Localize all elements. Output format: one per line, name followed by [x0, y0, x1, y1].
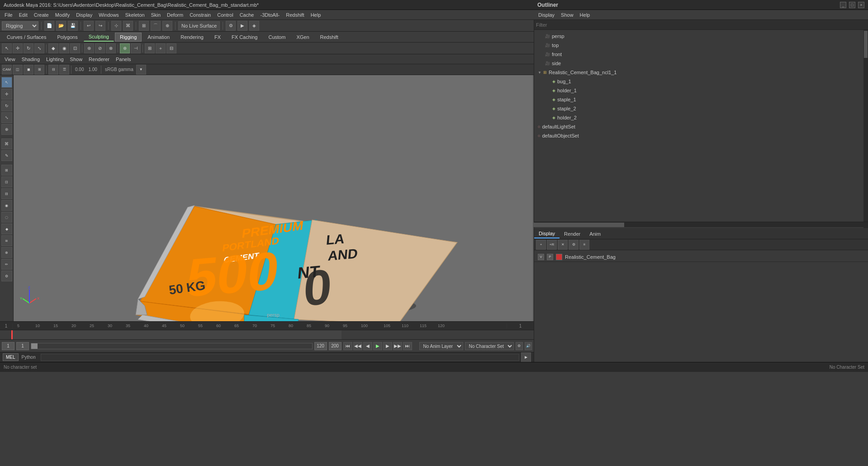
move-tool-lt[interactable]: ✛ — [1, 89, 12, 100]
outliner-item-bug1[interactable]: ◈ bug_1 — [534, 77, 868, 86]
viewport-menu-show[interactable]: Show — [67, 56, 85, 63]
outliner-menu-show[interactable]: Show — [558, 11, 576, 19]
paint-tool-lt[interactable]: ✎ — [1, 150, 12, 161]
universal-tool-lt[interactable]: ⊕ — [1, 124, 12, 135]
snap-grid-btn[interactable]: ⊞ — [139, 21, 149, 31]
prev-frame-btn[interactable]: ◀ — [363, 342, 372, 350]
plus-btn[interactable]: ＋ — [156, 43, 166, 53]
menu-redshift[interactable]: Redshift — [283, 11, 307, 19]
outliner-hscroll-thumb[interactable] — [534, 223, 624, 227]
next-key-btn[interactable]: ▶▶ — [393, 342, 402, 350]
range-playhead[interactable] — [11, 330, 13, 339]
script-run-btn[interactable]: ▶ — [521, 352, 531, 362]
range-slider-track[interactable] — [31, 343, 313, 349]
menu-display[interactable]: Display — [73, 11, 95, 19]
constraint-btn[interactable]: ⊕ — [120, 43, 130, 53]
next-frame-btn[interactable]: ▶ — [383, 342, 392, 350]
outliner-close-btn[interactable]: × — [858, 2, 864, 8]
menu-cache[interactable]: Cache — [237, 11, 257, 19]
save-scene-btn[interactable]: 💾 — [68, 21, 78, 31]
tab-rendering[interactable]: Rendering — [175, 33, 209, 42]
display-layer-lt[interactable]: ⊞ — [1, 165, 12, 176]
snap-point-btn[interactable]: ⊕ — [162, 21, 172, 31]
tab-redshift[interactable]: Redshift — [315, 33, 343, 42]
outliner-item-side[interactable]: 🎥 side — [534, 59, 868, 68]
scale-btn[interactable]: ⤡ — [34, 43, 44, 53]
tab-xgen[interactable]: XGen — [291, 33, 314, 42]
timeline-tick-ruler[interactable]: 5 10 15 20 25 30 35 40 45 50 55 60 65 70… — [13, 322, 507, 330]
outliner-search-input[interactable] — [534, 20, 868, 30]
layer-channel-btn[interactable]: ≡ — [579, 240, 589, 250]
transform-btn[interactable]: ⊞ — [145, 43, 155, 53]
scale-tool-lt[interactable]: ⤡ — [1, 112, 12, 123]
tab-sculpting[interactable]: Sculpting — [84, 33, 114, 42]
outliner-item-cement-bag-group[interactable]: ▼ ⊞ Realistic_Cement_Bag_ncl1_1 — [534, 68, 868, 77]
viewport-menu-lighting[interactable]: Lighting — [43, 56, 66, 63]
outliner-item-front[interactable]: 🎥 front — [534, 50, 868, 59]
soft-select-btn[interactable]: ◉ — [59, 43, 69, 53]
viewport-menu-renderer[interactable]: Renderer — [86, 56, 112, 63]
pose-lt[interactable]: ⚙ — [1, 271, 12, 281]
no-live-surface-btn[interactable]: No Live Surface — [178, 21, 220, 30]
gamma-options-btn[interactable]: ▼ — [136, 65, 146, 75]
menu-file[interactable]: File — [2, 11, 15, 19]
mel-tab[interactable]: MEL — [3, 353, 19, 361]
python-tab[interactable]: Python — [19, 353, 39, 361]
viewport-menu-panels[interactable]: Panels — [113, 56, 134, 63]
prev-key-btn[interactable]: ◀◀ — [353, 342, 362, 350]
menu-skeleton[interactable]: Skeleton — [123, 11, 147, 19]
layer-color-swatch[interactable] — [556, 254, 562, 260]
redshift-btn[interactable]: ◈ — [249, 21, 259, 31]
outliner-menu-help[interactable]: Help — [577, 11, 593, 19]
layer-new-ref-btn[interactable]: +R — [547, 240, 557, 250]
tab-rigging[interactable]: Rigging — [115, 33, 142, 42]
outliner-item-lightset[interactable]: ○ defaultLightSet — [534, 122, 868, 131]
layer-visibility-btn[interactable]: V — [538, 254, 544, 260]
anim-layer-lt[interactable]: ⊟ — [1, 188, 12, 199]
grease-pencil-lt[interactable]: ✏ — [1, 259, 12, 270]
new-scene-btn[interactable]: 📄 — [44, 21, 54, 31]
select-tool-lt[interactable]: ↖ — [1, 77, 12, 88]
outliner-item-staple2[interactable]: ◈ staple_2 — [534, 104, 868, 113]
layer-row-cement-bag[interactable]: V P Realistic_Cement_Bag — [534, 252, 868, 262]
hud-btn[interactable]: ☰ — [59, 65, 69, 75]
menu-modify[interactable]: Modify — [52, 11, 72, 19]
wireframe-btn[interactable]: ◫ — [13, 65, 23, 75]
render-btn[interactable]: ▶ — [237, 21, 247, 31]
lasso-tool-lt[interactable]: ⌘ — [1, 138, 12, 149]
no-anim-layer-dropdown[interactable]: No Anim Layer — [419, 342, 463, 350]
layers-tab-display[interactable]: Display — [534, 229, 560, 238]
rotate-btn[interactable]: ↻ — [24, 43, 33, 53]
layer-options-btn[interactable]: ⚙ — [569, 240, 579, 250]
layers-tab-anim[interactable]: Anim — [585, 230, 605, 238]
menu-skin[interactable]: Skin — [148, 11, 163, 19]
move-btn[interactable]: ✛ — [13, 43, 23, 53]
menu-create[interactable]: Create — [31, 11, 52, 19]
rotate-tool-lt[interactable]: ↻ — [1, 100, 12, 111]
muscle-lt[interactable]: ⊕ — [1, 247, 12, 258]
camera-select-btn[interactable]: CAM — [2, 65, 12, 75]
first-frame-btn[interactable]: ⏮ — [343, 342, 352, 350]
component-btn[interactable]: ◆ — [48, 43, 58, 53]
grid-btn[interactable]: ⊟ — [48, 65, 58, 75]
frame-current-input[interactable] — [16, 342, 29, 350]
tab-animation[interactable]: Animation — [142, 33, 175, 42]
outliner-item-holder1[interactable]: ◈ holder_1 — [534, 86, 868, 95]
hair-lt[interactable]: ≋ — [1, 235, 12, 246]
range-slider-handle[interactable] — [31, 343, 38, 349]
outliner-item-holder2[interactable]: ◈ holder_2 — [534, 113, 868, 122]
outliner-menu-display[interactable]: Display — [536, 11, 557, 19]
outliner-item-staple1[interactable]: ◈ staple_1 — [534, 95, 868, 104]
menu-3dtoall[interactable]: -3DtoAll- — [257, 11, 282, 19]
undo-btn[interactable]: ↩ — [84, 21, 94, 31]
bottom-settings-btn[interactable]: ⚙ — [516, 342, 523, 350]
menu-constrain[interactable]: Constrain — [187, 11, 213, 19]
select-btn[interactable]: ↖ — [2, 43, 12, 53]
last-frame-btn[interactable]: ⏭ — [403, 342, 412, 350]
playback-end-input[interactable] — [329, 342, 342, 350]
menu-edit[interactable]: Edit — [16, 11, 30, 19]
fluid-lt[interactable]: ◌ — [1, 212, 12, 223]
render-setup-lt[interactable]: ⊡ — [1, 176, 12, 187]
open-scene-btn[interactable]: 📂 — [56, 21, 66, 31]
menu-windows[interactable]: Windows — [96, 11, 122, 19]
